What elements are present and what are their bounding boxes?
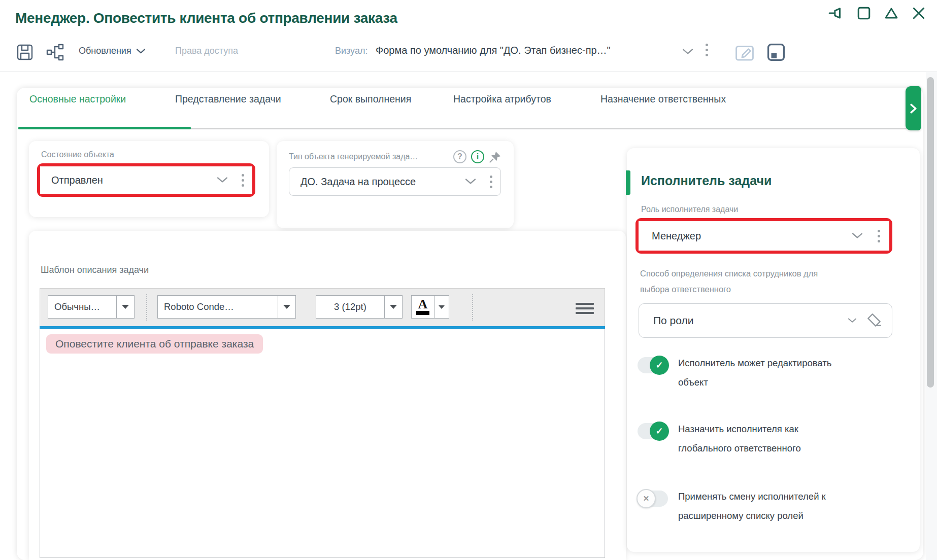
updates-dropdown[interactable]: Обновления [79, 46, 145, 56]
kebab-menu-icon[interactable] [490, 176, 492, 188]
paragraph-style-arrow-button[interactable] [116, 295, 135, 319]
font-size-select[interactable]: 3 (12pt) [316, 295, 385, 319]
role-label: Роль исполнителя задачи [641, 205, 738, 214]
edit-form-icon[interactable] [735, 43, 754, 62]
window-controls [828, 6, 926, 20]
chevron-down-icon [137, 49, 145, 54]
font-color-letter: A [418, 299, 428, 310]
task-type-value: ДО. Задача на процессе [300, 176, 465, 188]
unpin-window-icon[interactable] [828, 6, 844, 20]
chevron-down-icon [848, 318, 856, 323]
executor-card: Исполнитель задачи Роль исполнителя зада… [627, 148, 920, 552]
state-dropdown[interactable]: Отправлен [40, 166, 252, 194]
check-icon: ✓ [650, 356, 669, 375]
visual-chevron-down-icon[interactable] [683, 49, 693, 55]
task-type-dropdown[interactable]: ДО. Задача на процессе [289, 167, 501, 196]
maximize-icon[interactable] [857, 6, 871, 20]
task-type-label: Тип объекта генерируемой зада… [289, 152, 449, 161]
state-value: Отправлен [51, 174, 217, 186]
app-window: Менеджер. Оповестить клиента об отправле… [0, 0, 937, 560]
toggle-row: ✓ Исполнитель может редактировать объект [638, 357, 848, 392]
editor-menu-icon[interactable] [576, 300, 594, 317]
method-label: Способ определения списка сотрудников дл… [640, 266, 828, 297]
chevron-down-icon [852, 233, 862, 239]
task-type-card: Тип объекта генерируемой зада… ? i ДО. З… [277, 141, 514, 228]
tabs-scroll-right-button[interactable] [906, 86, 921, 130]
heading-accent-bar [626, 170, 630, 195]
toggle-label: Применять смену исполнителей к расширенн… [678, 487, 856, 526]
toolbar-separator [146, 294, 147, 321]
chevron-down-icon [465, 179, 476, 185]
close-icon[interactable] [912, 6, 926, 20]
header-divider [0, 72, 937, 72]
open-in-window-icon[interactable] [766, 43, 786, 62]
font-color-swatch [416, 311, 429, 315]
pin-icon[interactable] [489, 150, 502, 163]
toggle-row: ✕ Применять смену исполнителей к расшире… [638, 491, 856, 526]
role-dropdown[interactable]: Менеджер [639, 221, 889, 251]
annotation-highlight-state: Отправлен [37, 163, 255, 197]
toggle-label: Назначить исполнителя как глобального от… [678, 419, 841, 458]
template-text-area[interactable]: Оповестите клиента об отправке заказа [40, 329, 605, 558]
font-size-arrow-button[interactable] [384, 295, 403, 319]
toggle-label: Исполнитель может редактировать объект [678, 354, 848, 392]
executor-heading: Исполнитель задачи [641, 173, 772, 188]
font-color-button[interactable]: A [411, 295, 434, 319]
visual-label: Визуал: [335, 46, 367, 56]
font-family-arrow-button[interactable] [278, 295, 296, 319]
active-tab-underline [18, 127, 191, 129]
updates-label: Обновления [79, 46, 131, 56]
template-highlighted-text: Оповестите клиента об отправке заказа [46, 334, 263, 354]
tab-responsible[interactable]: Назначение ответственных [600, 93, 726, 105]
method-value: По роли [653, 314, 848, 327]
tab-deadline[interactable]: Срок выполнения [330, 93, 411, 105]
check-icon: ✓ [650, 422, 669, 441]
template-label: Шаблон описания задачи [41, 265, 149, 275]
info-icon[interactable]: i [471, 150, 484, 163]
visual-kebab-menu-icon[interactable] [706, 44, 708, 56]
chevron-down-icon [217, 177, 227, 183]
state-card: Состояние объекта Отправлен [29, 141, 269, 217]
toggle-row: ✓ Назначить исполнителя как глобального … [638, 423, 841, 458]
font-family-select[interactable]: Roboto Conde… [157, 295, 278, 319]
state-label: Состояние объекта [41, 150, 114, 159]
tab-attributes[interactable]: Настройка атрибутов [453, 93, 551, 105]
kebab-menu-icon[interactable] [242, 174, 244, 187]
role-value: Менеджер [652, 230, 852, 242]
x-icon: ✕ [637, 489, 656, 508]
process-map-button[interactable] [46, 44, 65, 61]
tab-task-view[interactable]: Представление задачи [175, 93, 281, 105]
save-button[interactable] [16, 44, 34, 61]
kebab-menu-icon[interactable] [878, 230, 880, 242]
paragraph-style-select[interactable]: Обычны… [48, 295, 117, 319]
scrollbar-thumb[interactable] [927, 77, 934, 388]
toggle-global-responsible[interactable]: ✓ [638, 423, 668, 439]
font-color-arrow-button[interactable] [434, 295, 449, 319]
vertical-scrollbar [926, 72, 937, 560]
tab-main-settings[interactable]: Основные настройки [29, 93, 126, 105]
tent-triangle-icon[interactable] [884, 6, 898, 20]
clear-eraser-icon[interactable] [865, 312, 883, 329]
help-icon[interactable]: ? [453, 150, 466, 163]
method-dropdown[interactable]: По роли [639, 303, 892, 338]
toolbar-separator [472, 294, 473, 321]
access-rights-button[interactable]: Права доступа [175, 46, 238, 56]
annotation-highlight-role: Менеджер [635, 218, 892, 254]
toggle-executor-can-edit[interactable]: ✓ [638, 357, 668, 373]
visual-form-select[interactable]: Форма по умолчанию для "ДО. Этап бизнес-… [376, 45, 611, 56]
toggle-extended-roles[interactable]: ✕ [638, 491, 668, 507]
page-title: Менеджер. Оповестить клиента об отправле… [15, 10, 397, 26]
